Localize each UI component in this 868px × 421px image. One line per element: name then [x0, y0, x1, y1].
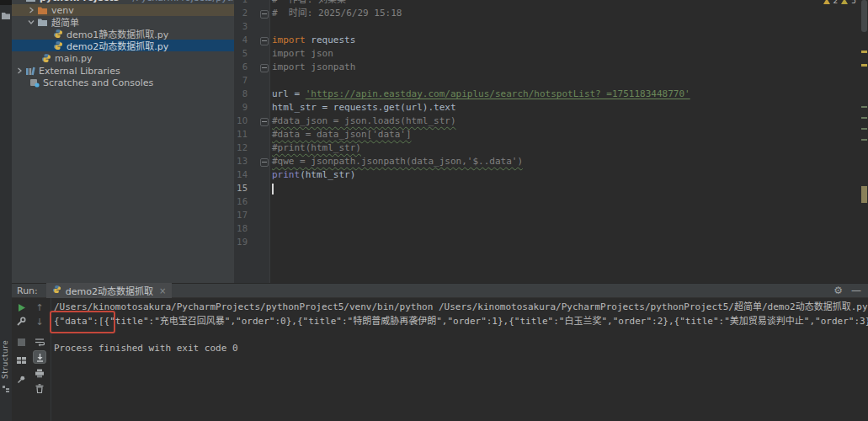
- tree-item-folder[interactable]: 超简单: [12, 16, 234, 28]
- code-token: #qwe = jsonpath.jsonpath(data_json,'$..d…: [272, 156, 523, 167]
- line-number: 6: [234, 61, 248, 74]
- tree-item-main[interactable]: main.py: [12, 52, 234, 64]
- run-settings-button[interactable]: [14, 315, 28, 328]
- up-stack-trace-button[interactable]: ↑: [33, 301, 46, 314]
- typo-stripe-mark[interactable]: [861, 106, 867, 108]
- inspections-widget[interactable]: 2 5: [823, 0, 856, 6]
- code-token: #print(html_str): [272, 142, 361, 153]
- code-token: import jsonpath: [272, 61, 355, 72]
- warning-stripe-mark[interactable]: [861, 51, 867, 53]
- code-token: #data = data_json['data']: [272, 129, 412, 140]
- down-stack-trace-button[interactable]: ↓: [33, 315, 46, 328]
- typo-stripe-mark[interactable]: [861, 117, 867, 119]
- warning-stripe-mark[interactable]: [861, 64, 867, 67]
- line-number: 12: [234, 141, 248, 155]
- fold-marker[interactable]: [260, 158, 269, 167]
- line-number: 10: [234, 115, 248, 128]
- soft-wrap-button[interactable]: [33, 335, 46, 349]
- code-line: print(html_str): [272, 168, 355, 182]
- code-token: requests: [306, 35, 356, 45]
- minimize-icon[interactable]: —: [851, 285, 861, 296]
- code-token: import json: [272, 48, 333, 59]
- code-line: #data = data_json['data']: [272, 128, 412, 141]
- scratches-icon: [29, 77, 40, 88]
- code-line: #data_json = json.loads(html_str): [272, 115, 456, 128]
- fold-marker[interactable]: [260, 118, 269, 126]
- clear-all-button[interactable]: [33, 381, 46, 395]
- line-number: 1: [234, 0, 248, 7]
- rerun-button[interactable]: [14, 301, 28, 314]
- code-token url-link[interactable]: 'https://apin.eastday.com/apiplus/search…: [306, 88, 690, 99]
- root-path: ~/PycharmProjects/pythonProject5: [125, 0, 235, 3]
- code-token: #data_json = json.loads(html_str): [272, 115, 456, 126]
- warning-triangle-icon: [823, 0, 830, 4]
- code-line: url = 'https://apin.eastday.com/apiplus/…: [272, 88, 690, 101]
- fold-marker[interactable]: [260, 10, 269, 19]
- warning-triangle-icon: [841, 0, 848, 4]
- code-line: # 作者: 刘某某: [272, 0, 346, 7]
- console-status-line: Process finished with exit code 0: [54, 342, 238, 355]
- run-console[interactable]: /Users/kinomotosakura/PycharmProjects/py…: [54, 298, 868, 421]
- tree-root-row[interactable]: pythonProject5 ~/PycharmProjects/pythonP…: [12, 0, 234, 3]
- typo-stripe-mark[interactable]: [861, 139, 867, 141]
- fold-marker[interactable]: [260, 37, 269, 45]
- chevron-right-icon[interactable]: [16, 67, 23, 74]
- tree-item-scratches[interactable]: Scratches and Consoles: [12, 77, 234, 88]
- line-number: 14: [234, 168, 248, 182]
- project-panel: pythonProject5 ~/PycharmProjects/pythonP…: [12, 0, 235, 283]
- line-number: 17: [234, 209, 248, 222]
- python-file-icon: [41, 53, 51, 63]
- tree-item-label: main.py: [55, 53, 92, 64]
- code-line: html_str = requests.get(url).text: [272, 101, 456, 115]
- tree-item-venv[interactable]: venv: [12, 4, 234, 16]
- code-line: #qwe = jsonpath.jsonpath(data_json,'$..d…: [272, 155, 523, 168]
- close-icon[interactable]: ×: [159, 286, 166, 296]
- code-token: url =: [272, 88, 306, 99]
- editor-scrollbar[interactable]: [860, 0, 868, 283]
- typo-stripe-mark[interactable]: [861, 128, 867, 130]
- console-output-line: {"data":[{"title":"充电宝召回风暴","order":0},{…: [54, 315, 868, 328]
- python-file-icon: [53, 40, 63, 51]
- project-tool-icon[interactable]: [1, 8, 11, 24]
- stop-button-disabled[interactable]: [14, 335, 28, 349]
- run-label: Run:: [17, 285, 38, 296]
- run-header: Run: demo2动态数据抓取 × ⚙ —: [12, 283, 868, 298]
- tree-item-label: demo2动态数据抓取.py: [67, 39, 168, 52]
- line-number: 19: [234, 236, 248, 249]
- run-tab[interactable]: demo2动态数据抓取 ×: [46, 283, 173, 298]
- pin-tab-button[interactable]: [14, 372, 28, 386]
- code-token: html_str = requests.get(url).text: [272, 102, 456, 113]
- chevron-right-icon[interactable]: [28, 7, 35, 13]
- chevron-down-icon[interactable]: [28, 19, 35, 25]
- bookmarks-tool-button[interactable]: Bookmarks: [1, 408, 11, 421]
- editor-gutter: 1 2 3 4 5 6 7 8 9 10 11 12 13 14 15 16 1…: [234, 0, 270, 283]
- code-token: (html_str): [300, 169, 355, 180]
- tree-item-demo1[interactable]: demo1静态数据抓取.py: [12, 28, 234, 40]
- red-annotation-box: [50, 311, 115, 333]
- folder-icon: [37, 18, 48, 27]
- fold-marker[interactable]: [260, 64, 269, 72]
- print-button[interactable]: [33, 366, 46, 380]
- code-token: # 时间: 2025/6/29 15:18: [272, 8, 402, 19]
- tree-item-demo2-selected[interactable]: demo2动态数据抓取.py: [12, 40, 234, 51]
- line-number: 2: [234, 7, 248, 20]
- line-number: 18: [234, 222, 248, 236]
- folder-icon: [37, 6, 48, 15]
- run-tool-window: Run: demo2动态数据抓取 × ⚙ — ↑ ↓: [12, 283, 868, 421]
- restore-layout-button[interactable]: [14, 354, 28, 367]
- structure-tool-button[interactable]: Structure: [1, 335, 11, 379]
- tree-item-external-libraries[interactable]: External Libraries: [12, 65, 234, 77]
- line-number: 8: [234, 88, 248, 101]
- scrollbar-thumb[interactable]: [861, 0, 867, 32]
- scroll-to-end-button-active[interactable]: [33, 350, 46, 364]
- run-toolbar: ↑ ↓: [12, 298, 51, 421]
- code-line: import jsonpath: [272, 61, 355, 74]
- root-name: pythonProject5: [40, 0, 120, 3]
- libraries-icon: [25, 67, 35, 76]
- code-editor[interactable]: 1 2 3 4 5 6 7 8 9 10 11 12 13 14 15 16 1…: [234, 0, 868, 283]
- gear-icon[interactable]: ⚙: [833, 285, 843, 296]
- python-file-icon: [52, 285, 61, 296]
- stripe-corner: [0, 0, 12, 5]
- caret-stripe-mark[interactable]: [861, 186, 867, 203]
- line-number: 7: [234, 74, 248, 88]
